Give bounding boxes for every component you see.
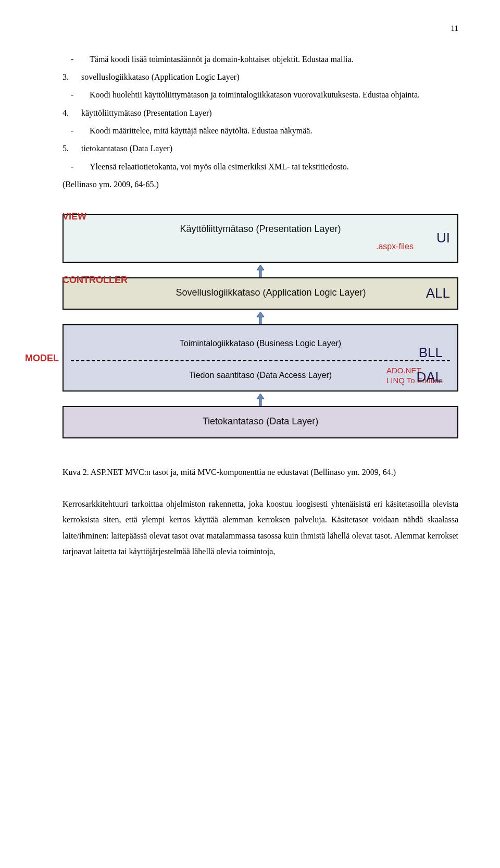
layer-main-text: Toimintalogiikkataso (Business Logic Lay… <box>180 339 341 348</box>
layer-model-bottom: Tiedon saantitaso (Data Access Layer) AD… <box>71 361 450 390</box>
list-text: Tämä koodi lisää toimintasäännöt ja doma… <box>90 52 458 67</box>
list-text: tietokantataso (Data Layer) <box>81 141 458 156</box>
list-text: Koodi määrittelee, mitä käyttäjä näkee n… <box>90 123 458 139</box>
architecture-diagram: VIEW Käyttöliittymätaso (Presentation La… <box>63 214 458 439</box>
list-item: - Yleensä relaatiotietokanta, voi myös o… <box>63 159 458 175</box>
list-text: Yleensä relaatiotietokanta, voi myös oll… <box>90 159 458 175</box>
body-paragraph: Kerrosarkkitehtuuri tarkoittaa ohjelmist… <box>63 496 458 560</box>
dash-bullet: - <box>63 123 90 139</box>
list-item: 3. sovelluslogiikkataso (Application Log… <box>63 69 458 85</box>
list-item: 5. tietokantataso (Data Layer) <box>63 141 458 156</box>
page-number: 11 <box>63 21 458 36</box>
dash-bullet: - <box>63 52 90 67</box>
layer-main-text: Tiedon saantitaso (Data Access Layer) <box>189 371 332 380</box>
list-text: Koodi huolehtii käyttöliittymätason ja t… <box>90 87 458 103</box>
dash-bullet: - <box>63 159 90 175</box>
list-item: - Koodi määrittelee, mitä käyttäjä näkee… <box>63 123 458 139</box>
layer-main-text: Käyttöliittymätaso (Presentation Layer) <box>71 220 450 238</box>
list-text: sovelluslogiikkataso (Application Logic … <box>81 69 458 85</box>
layer-side-label: MODEL <box>25 349 59 367</box>
layer-view: VIEW Käyttöliittymätaso (Presentation La… <box>63 214 458 263</box>
list-text: käyttöliittymätaso (Presentation Layer) <box>81 105 458 121</box>
list-item: 4. käyttöliittymätaso (Presentation Laye… <box>63 105 458 121</box>
layer-model: Toimintalogiikkataso (Business Logic Lay… <box>63 324 458 392</box>
layer-model-wrapper: MODEL Toimintalogiikkataso (Business Log… <box>63 324 458 392</box>
list-block: - Tämä koodi lisää toimintasäännöt ja do… <box>63 52 458 193</box>
layer-main-text: Sovelluslogiikkataso (Application Logic … <box>71 284 450 301</box>
citation: (Bellinaso ym. 2009, 64-65.) <box>63 177 458 192</box>
layer-data: Tietokantataso (Data Layer) <box>63 406 458 438</box>
figure-caption: Kuva 2. ASP.NET MVC:n tasot ja, mitä MVC… <box>63 464 458 480</box>
list-item: - Koodi huolehtii käyttöliittymätason ja… <box>63 87 458 103</box>
layer-left-label: VIEW <box>63 207 86 225</box>
list-number: 5. <box>63 141 81 156</box>
layer-left-label: CONTROLLER <box>63 271 128 289</box>
layer-abbr: ALL <box>426 281 450 307</box>
list-number: 4. <box>63 105 81 121</box>
layer-sub-text: .aspx-files <box>71 239 450 254</box>
layer-abbr: UI <box>436 225 450 251</box>
list-item: - Tämä koodi lisää toimintasäännöt ja do… <box>63 52 458 67</box>
layer-controller: CONTROLLER Sovelluslogiikkataso (Applica… <box>63 277 458 310</box>
list-number: 3. <box>63 69 81 85</box>
layer-abbr: DAL <box>416 364 443 390</box>
layer-main-text: Tietokantataso (Data Layer) <box>71 412 450 430</box>
layer-model-top: Toimintalogiikkataso (Business Logic Lay… <box>71 331 450 360</box>
dash-bullet: - <box>63 87 90 103</box>
